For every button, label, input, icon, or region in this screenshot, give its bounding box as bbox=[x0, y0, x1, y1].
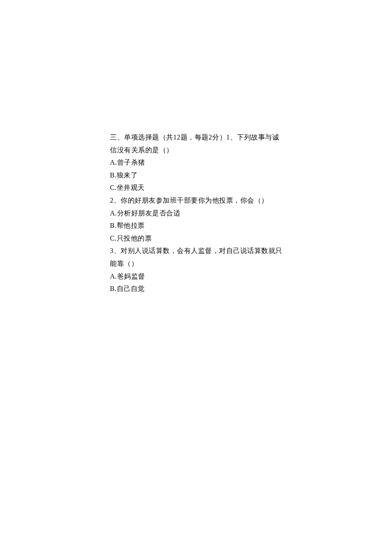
q3-option-a: A.爸妈监督 bbox=[110, 270, 285, 283]
q2-option-c: C.只投他的票 bbox=[110, 232, 285, 245]
q3-option-b: B.自己自觉 bbox=[110, 282, 285, 295]
document-content: 三、单项选择题（共12题，每题2分）1、下列故事与诚信没有关系的是（） A.曾子… bbox=[0, 0, 392, 295]
q2-stem: 2、你的好朋友参加班干部要你为他投票，你会（） bbox=[110, 194, 285, 207]
q2-option-a: A.分析好朋友是否合适 bbox=[110, 207, 285, 220]
q1-option-b: B.狼来了 bbox=[110, 169, 285, 182]
q1-option-a: A.曾子杀猪 bbox=[110, 156, 285, 169]
q1-option-c: C.坐井观天 bbox=[110, 181, 285, 194]
section-header: 三、单项选择题（共12题，每题2分）1、下列故事与诚信没有关系的是（） bbox=[110, 131, 285, 156]
q3-stem: 3、对别人说话算数，会有人监督，对自己说话算数就只能靠（） bbox=[110, 244, 285, 270]
q2-option-b: B.帮他拉票 bbox=[110, 219, 285, 232]
